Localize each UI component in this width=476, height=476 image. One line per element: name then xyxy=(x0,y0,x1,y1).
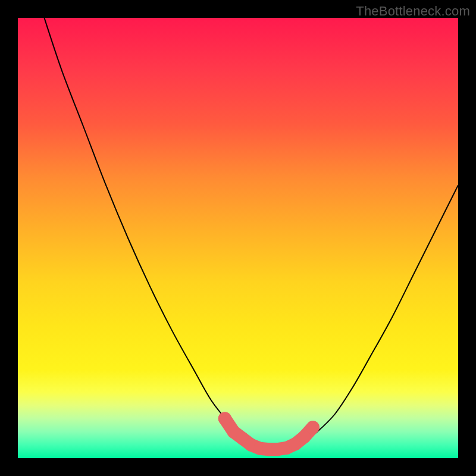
optimal-point xyxy=(306,421,320,434)
optimal-point xyxy=(218,412,231,425)
bottleneck-curve xyxy=(44,18,458,450)
optimal-range-markers xyxy=(218,412,320,456)
chart-plot-area xyxy=(18,18,458,458)
chart-svg xyxy=(18,18,458,458)
optimal-point xyxy=(298,430,311,443)
chart-frame: TheBottleneck.com xyxy=(0,0,476,476)
watermark-text: TheBottleneck.com xyxy=(356,4,470,19)
